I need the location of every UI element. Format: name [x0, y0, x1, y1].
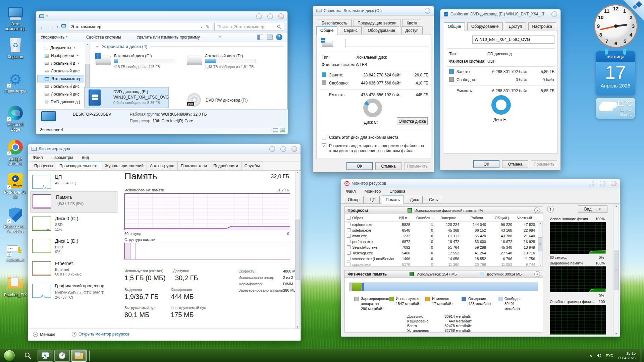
tree-item-local-disk[interactable]: Локальный д✦	[37, 60, 84, 67]
taskbar-item-resource-monitor[interactable]	[54, 350, 70, 362]
desktop-icon-patches-fix[interactable]: Patches_FIX	[2, 275, 29, 297]
expand-panel-icon[interactable]: ❯	[547, 206, 554, 213]
resmon-scrollbar[interactable]: ▲≡▼	[613, 204, 619, 335]
keyboard-layout[interactable]: РУС	[606, 354, 613, 358]
tab-sharing[interactable]: Доступ	[401, 26, 423, 34]
dialog-titlebar[interactable]: Свойства: DVD-дисковод (E:) WIN10_ENT_X6…	[440, 9, 560, 19]
tree-item-dvd-drive[interactable]: DVD-дисковод (	[37, 98, 84, 106]
menu-file[interactable]: Файл	[346, 189, 356, 194]
tree-item-local-disk[interactable]: Локальный дис	[37, 90, 84, 98]
group-collapse-icon[interactable]: ▾	[96, 45, 98, 49]
tab-details[interactable]: Подробности	[210, 162, 241, 170]
tab-tools[interactable]: Сервис	[340, 26, 362, 34]
index-checkbox[interactable]: ✓	[322, 143, 326, 148]
details-pane-icon[interactable]	[267, 35, 273, 40]
menu-view[interactable]: Вид	[82, 155, 89, 160]
perf-item-ethernet[interactable]: EthernetEthernetО: 0 П: 0 кбит/с	[31, 260, 117, 280]
tab-disk[interactable]: Диск	[406, 196, 423, 203]
search-input[interactable]: Поиск в: Этот компьютер	[214, 23, 284, 31]
desktop-icon-activators[interactable]: ••• ↗ Activators	[2, 240, 29, 262]
column-header[interactable]: ИД п...	[394, 216, 413, 220]
maximize-button[interactable]	[600, 181, 605, 186]
desktop-icon-recycle-bin[interactable]: ♻ Корзина	[2, 37, 29, 59]
process-row[interactable]: explorer.exe58281120 224144 04096 22047 …	[345, 222, 543, 227]
close-button[interactable]	[278, 13, 284, 19]
scroll-down-icon[interactable]: ▼	[297, 326, 299, 328]
column-header[interactable]: Ошибок...	[413, 216, 436, 220]
row-checkbox[interactable]	[347, 251, 351, 255]
thumbnail-view-toggle-icon[interactable]	[280, 128, 285, 132]
tab-customize[interactable]: Настройка	[528, 22, 556, 30]
tree-item-documents[interactable]: Документы✦	[37, 44, 84, 52]
taskbar-item-explorer[interactable]	[71, 350, 87, 362]
minimize-button[interactable]	[269, 146, 275, 152]
tray-hidden-icons-chevron[interactable]: ∧	[589, 353, 592, 358]
tab-hardware[interactable]: Оборудование	[364, 26, 399, 34]
menu-file[interactable]: Файл	[33, 155, 43, 160]
minimize-button[interactable]	[589, 181, 594, 186]
physical-memory-section-header[interactable]: Физическая память Используется: 1547 МБ …	[344, 270, 543, 278]
volume-label-input[interactable]: WIN10_ENT_X64_LTSC_OVG	[472, 36, 554, 44]
quick-access-caret-icon[interactable]: ▾	[46, 14, 48, 18]
scroll-down-icon[interactable]: ▼	[539, 264, 541, 266]
close-button[interactable]	[291, 146, 297, 152]
system-properties-button[interactable]: Свойства системы	[86, 35, 121, 40]
drive-tile-c[interactable]: Локальный диск (C:) 418 ГБ свободно из 4…	[96, 54, 186, 69]
perf-item-memory-selected[interactable]: Память1,5/31,7 ГБ (5%)	[30, 191, 118, 213]
processes-section-header[interactable]: Процессы Использование физической памяти…	[344, 206, 543, 214]
taskbar-search-icon[interactable]	[24, 352, 32, 359]
tray-clock[interactable]: 15:15 17.04.2026	[617, 351, 636, 360]
scroll-thumb[interactable]: ≡	[614, 250, 619, 290]
maximize-button[interactable]	[267, 13, 273, 19]
desktop-icon-potplayer[interactable]: ▶ Player ↗ PotPlayer 64 bit	[2, 172, 29, 199]
taskman-scrollbar[interactable]: ▲▼	[295, 171, 300, 328]
drive-tile-f[interactable]: DVD DVD RW дисковод (F:)	[187, 93, 281, 109]
ok-button[interactable]: ОК	[346, 162, 373, 170]
apply-button[interactable]: Применить	[404, 162, 430, 170]
tab-users[interactable]: Пользователи	[177, 162, 210, 170]
volume-icon[interactable]	[596, 353, 602, 358]
tree-item-this-pc[interactable]: Этот компьютер	[37, 75, 84, 82]
tab-services[interactable]: Службы	[241, 162, 263, 170]
process-row[interactable]: perfmon.exe6872018 47233 60016 67216 928	[345, 239, 543, 244]
disk-cleanup-button[interactable]: Очистка диска	[397, 117, 428, 125]
row-checkbox[interactable]	[347, 262, 351, 266]
row-checkbox[interactable]	[347, 240, 351, 243]
tab-security[interactable]: Безопасность	[318, 19, 352, 27]
address-dropdown-icon[interactable]: ∨	[200, 25, 203, 28]
process-row[interactable]: svchost.exe (LocalServiceNet...1496014 6…	[345, 256, 543, 261]
taskman-titlebar[interactable]: Диспетчер задач	[28, 144, 301, 154]
column-header[interactable]: Рабочи...	[462, 216, 489, 220]
drive-tile-e-selected[interactable]: DVD-дисковод (E:) WIN10_ENT_X64_LTSC_OVG…	[84, 87, 169, 108]
tab-previous-versions[interactable]: Предыдущие версии	[354, 19, 400, 27]
forward-button[interactable]: →	[49, 24, 54, 30]
explorer-titlebar[interactable]: ▾	[36, 11, 287, 21]
process-row[interactable]: sppsvc.exe5176011 36020 79611 0529 744	[345, 261, 543, 267]
process-row[interactable]: SearchApp.exe7092051 76459 28845 34013 9…	[345, 244, 543, 250]
perf-item-cpu[interactable]: ЦП4% 3,84 ГГц	[31, 174, 117, 194]
select-all-checkbox[interactable]	[347, 216, 351, 220]
perf-item-disk1[interactable]: Диск 1 (D:)HDD0%	[31, 238, 117, 258]
tree-item-pictures[interactable]: Изображени✦	[37, 52, 84, 59]
organize-button[interactable]: Упорядочить▾	[41, 35, 67, 40]
scroll-up-icon[interactable]: ▲	[297, 171, 299, 174]
tab-overview[interactable]: Обзор	[344, 196, 364, 203]
fewer-details-button[interactable]: − Меньше	[33, 332, 55, 337]
tab-performance[interactable]: Производительность	[56, 162, 102, 170]
cancel-button[interactable]: Отмена	[502, 160, 528, 168]
collapse-chevron-icon[interactable]: ∧	[534, 207, 540, 213]
show-desktop-button[interactable]	[640, 349, 642, 362]
compress-checkbox[interactable]	[322, 135, 326, 139]
row-checkbox[interactable]	[347, 245, 351, 249]
column-header[interactable]: Заверше...	[436, 216, 462, 220]
table-scrollbar[interactable]: ▲≡▼	[538, 222, 543, 267]
perf-item-gpu[interactable]: Графический процессорNVIDIA GeForce GTX …	[31, 283, 117, 304]
row-checkbox[interactable]	[347, 223, 351, 226]
desktop-icon-windows-security[interactable]: ↗ Безопасно... Windows	[2, 206, 29, 234]
menu-monitor[interactable]: Монитор	[365, 189, 381, 194]
row-checkbox[interactable]	[347, 234, 351, 238]
collapse-chevron-icon[interactable]: ∧	[534, 271, 540, 277]
close-button[interactable]	[425, 8, 430, 14]
tab-general[interactable]: Общие	[444, 22, 465, 31]
tab-hardware[interactable]: Оборудование	[467, 22, 503, 30]
